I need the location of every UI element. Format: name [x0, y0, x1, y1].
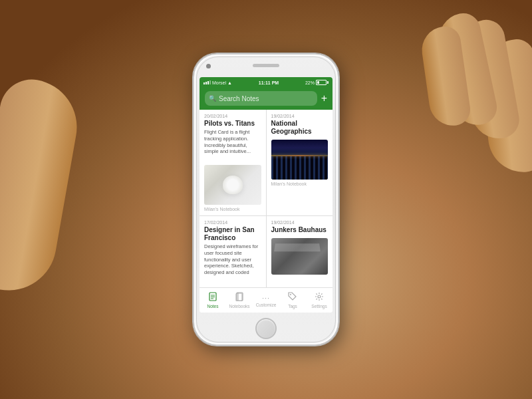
- note-date-4: 19/02/2014: [271, 220, 329, 225]
- wifi-icon: ▲: [227, 80, 232, 85]
- note-title-3: Designer in San Francisco: [204, 226, 261, 242]
- signal-bar-4: [209, 80, 211, 84]
- note-excerpt-3: Designed wireframes for user focused sit…: [204, 243, 261, 283]
- battery-percent: 22%: [305, 80, 315, 85]
- search-bar[interactable]: 🔍 Search Notes +: [200, 88, 332, 110]
- note-card-pilots[interactable]: 20/02/2014 Pilots vs. Titans Flight Card…: [200, 110, 266, 215]
- iphone-frame: Morsel ▲ 11:11 PM 22% 🔍: [193, 53, 339, 346]
- tab-tags-label: Tags: [288, 304, 297, 309]
- note-title-1: Pilots vs. Titans: [204, 120, 261, 128]
- tab-notebooks-label: Notebooks: [229, 304, 249, 309]
- junkers-image: [271, 238, 329, 275]
- note-title-2: National Geographics: [271, 120, 329, 136]
- tab-tags[interactable]: Tags: [279, 292, 306, 309]
- carrier-name: Morsel: [212, 80, 226, 85]
- tab-notes-label: Notes: [207, 304, 219, 309]
- note-card-junkers[interactable]: 19/02/2014 Junkers Bauhaus: [267, 216, 333, 287]
- battery-indicator: [316, 80, 329, 85]
- signal-bar-2: [205, 82, 207, 84]
- camera-dot: [206, 64, 211, 68]
- note-card-national[interactable]: 19/02/2014 National Geographics Milan's …: [267, 110, 333, 215]
- signal-strength: [203, 80, 211, 84]
- tab-customize-label: Customize: [256, 303, 277, 307]
- customize-icon: ···: [262, 294, 270, 302]
- svg-point-8: [318, 295, 321, 298]
- notebooks-icon: [235, 292, 244, 303]
- tab-notebooks[interactable]: Notebooks: [226, 292, 253, 309]
- status-time: 11:11 PM: [259, 80, 279, 85]
- status-bar: Morsel ▲ 11:11 PM 22%: [200, 77, 332, 88]
- notes-icon: [208, 292, 217, 303]
- battery-body: [316, 80, 327, 85]
- note-date-3: 17/02/2014: [204, 220, 261, 225]
- tab-bar: Notes Notebooks ··· Customize: [200, 287, 332, 313]
- note-title-4: Junkers Bauhaus: [271, 226, 329, 234]
- iphone-screen: Morsel ▲ 11:11 PM 22% 🔍: [200, 77, 332, 313]
- note-date-2: 19/02/2014: [271, 114, 329, 118]
- battery-tip: [327, 81, 329, 84]
- signal-bar-1: [203, 82, 205, 84]
- settings-icon: [315, 292, 324, 303]
- city-image: [271, 140, 329, 180]
- tab-settings-label: Settings: [311, 304, 327, 309]
- phone-wrapper: Morsel ▲ 11:11 PM 22% 🔍: [193, 53, 339, 346]
- svg-point-7: [290, 294, 291, 295]
- tab-settings[interactable]: Settings: [306, 292, 332, 309]
- search-input-area[interactable]: 🔍 Search Notes: [205, 91, 317, 106]
- speaker-grille: [253, 64, 279, 67]
- note-notebook-1: Milan's Notebook: [204, 207, 261, 211]
- tags-icon: [288, 292, 297, 303]
- note-notebook-2: Milan's Notebook: [271, 182, 329, 186]
- note-card-designer[interactable]: 17/02/2014 Designer in San Francisco Des…: [200, 216, 266, 287]
- tab-customize[interactable]: ··· Customize: [253, 294, 279, 307]
- add-note-button[interactable]: +: [321, 93, 327, 104]
- note-excerpt-1: Flight Card is a flight tracking applica…: [204, 129, 261, 162]
- status-left: Morsel ▲: [203, 80, 232, 85]
- note-date-1: 20/02/2014: [204, 114, 261, 118]
- lion-image: [204, 165, 261, 205]
- search-icon: 🔍: [209, 95, 216, 102]
- notes-list: 20/02/2014 Pilots vs. Titans Flight Card…: [200, 110, 332, 287]
- tab-notes[interactable]: Notes: [200, 292, 226, 309]
- home-button[interactable]: [255, 318, 277, 339]
- battery-fill: [317, 81, 319, 84]
- signal-bar-3: [207, 81, 209, 84]
- search-placeholder: Search Notes: [219, 95, 259, 102]
- status-right: 22%: [305, 80, 329, 85]
